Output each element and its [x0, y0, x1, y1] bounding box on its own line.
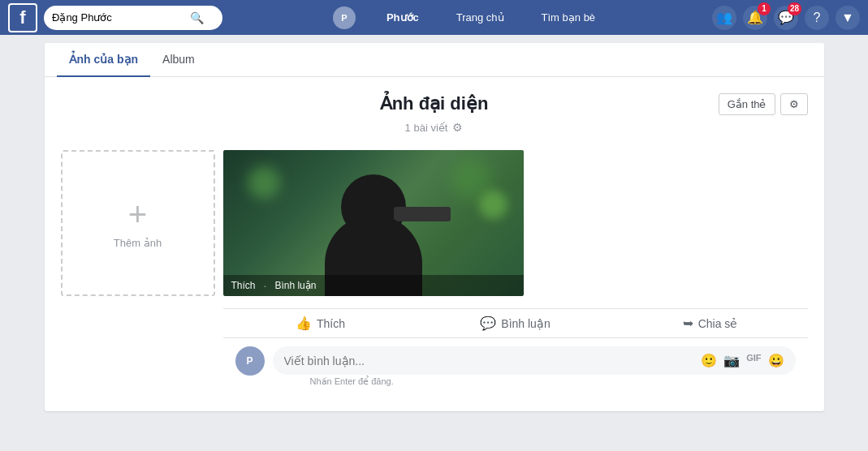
tab-albums[interactable]: Album	[150, 43, 207, 77]
like-button[interactable]: 👍 Thích	[223, 309, 418, 337]
share-label: Chia sẻ	[698, 317, 738, 330]
search-icon[interactable]: 🔍	[190, 11, 204, 24]
tag-button[interactable]: Gắn thẻ	[719, 93, 775, 115]
main-wrapper: Ảnh của bạn Album Gắn thẻ ⚙ Ảnh đại diện…	[0, 35, 868, 451]
comment-input-wrapper[interactable]: 🙂 📷 GIF 😀	[273, 346, 796, 375]
comment-emoji-icons: 🙂 📷 GIF 😀	[701, 353, 784, 368]
sunglasses	[394, 207, 451, 221]
like-label: Thích	[317, 317, 345, 330]
settings-button[interactable]: ⚙	[780, 93, 808, 115]
nav-home[interactable]: Trang chủ	[450, 8, 511, 27]
tab-your-photos[interactable]: Ảnh của bạn	[57, 43, 151, 77]
interaction-bar: 👍 Thích 💬 Bình luận ➥ Chia sẻ	[223, 308, 808, 338]
message-badge: 28	[788, 2, 801, 15]
emoji-icon[interactable]: 🙂	[701, 353, 717, 368]
sticker-icon[interactable]: 😀	[768, 353, 784, 368]
album-title: Ảnh đại diện	[61, 93, 808, 114]
share-button[interactable]: ➥ Chia sẻ	[613, 309, 808, 337]
header-nav: P Phước Trang chủ Tìm bạn bè	[222, 6, 712, 29]
photo-tabs: Ảnh của bạn Album	[45, 43, 824, 77]
comment-label: Bình luận	[501, 317, 550, 330]
search-bar[interactable]: 🔍	[44, 6, 222, 30]
photo-grid: + Thêm ảnh	[45, 142, 824, 411]
add-photo-label: Thêm ảnh	[114, 237, 162, 249]
comment-icon: 💬	[480, 316, 496, 331]
gif-icon[interactable]: GIF	[746, 353, 761, 368]
chevron-down-icon: ▼	[841, 11, 854, 25]
overlay-separator: ·	[264, 279, 267, 292]
people-icon: 👥	[716, 10, 732, 25]
comment-input[interactable]	[284, 354, 702, 367]
album-gear-icon[interactable]: ⚙	[452, 121, 463, 134]
bokeh-3	[479, 191, 507, 219]
album-actions: Gắn thẻ ⚙	[719, 93, 808, 115]
notification-badge: 1	[758, 2, 771, 15]
main-photo-container: ✎	[223, 150, 808, 403]
add-photo-box[interactable]: + Thêm ảnh	[61, 150, 215, 296]
commenter-avatar: P	[235, 346, 265, 376]
album-header: Gắn thẻ ⚙ Ảnh đại diện 1 bài viết ⚙	[45, 77, 824, 142]
comment-area: P 🙂 📷 GIF 😀 Nhấn	[223, 338, 808, 403]
header-right-actions: 👥 🔔 1 💬 28 ? ▼	[712, 6, 860, 30]
like-icon: 👍	[296, 316, 312, 331]
photo-overlay-toolbar: Thích · Bình luận	[223, 275, 524, 296]
add-icon: +	[128, 198, 147, 230]
dropdown-icon-btn[interactable]: ▼	[836, 6, 860, 30]
notification-icon-btn[interactable]: 🔔 1	[743, 6, 767, 30]
facebook-logo[interactable]: f	[8, 3, 37, 32]
main-content: Ảnh của bạn Album Gắn thẻ ⚙ Ảnh đại diện…	[45, 43, 824, 411]
comment-button[interactable]: 💬 Bình luận	[418, 309, 613, 337]
header: f 🔍 P Phước Trang chủ Tìm bạn bè 👥 🔔 1 💬…	[0, 0, 868, 35]
album-meta: 1 bài viết ⚙	[61, 121, 808, 134]
question-icon: ?	[814, 11, 821, 25]
content-area: Ảnh của bạn Album Gắn thẻ ⚙ Ảnh đại diện…	[37, 35, 832, 419]
post-count: 1 bài viết	[405, 122, 448, 134]
share-icon: ➥	[683, 316, 693, 331]
overlay-like[interactable]: Thích	[231, 280, 256, 291]
nav-friends[interactable]: Tìm bạn bè	[535, 8, 602, 27]
user-avatar-header[interactable]: P	[333, 6, 356, 29]
overlay-comment[interactable]: Bình luận	[274, 280, 316, 291]
search-input[interactable]	[52, 11, 190, 24]
help-icon-btn[interactable]: ?	[805, 6, 829, 30]
bokeh-1	[248, 166, 280, 199]
message-icon-btn[interactable]: 💬 28	[774, 6, 798, 30]
nav-username[interactable]: Phước	[380, 8, 425, 27]
comment-input-container: 🙂 📷 GIF 😀 Nhấn Enter để đăng.	[273, 346, 796, 395]
people-icon-btn[interactable]: 👥	[712, 6, 736, 30]
main-photo[interactable]: ✎	[223, 150, 524, 296]
photo-image	[223, 150, 524, 296]
camera-icon[interactable]: 📷	[723, 353, 740, 368]
comment-hint: Nhấn Enter để đăng.	[273, 376, 796, 395]
